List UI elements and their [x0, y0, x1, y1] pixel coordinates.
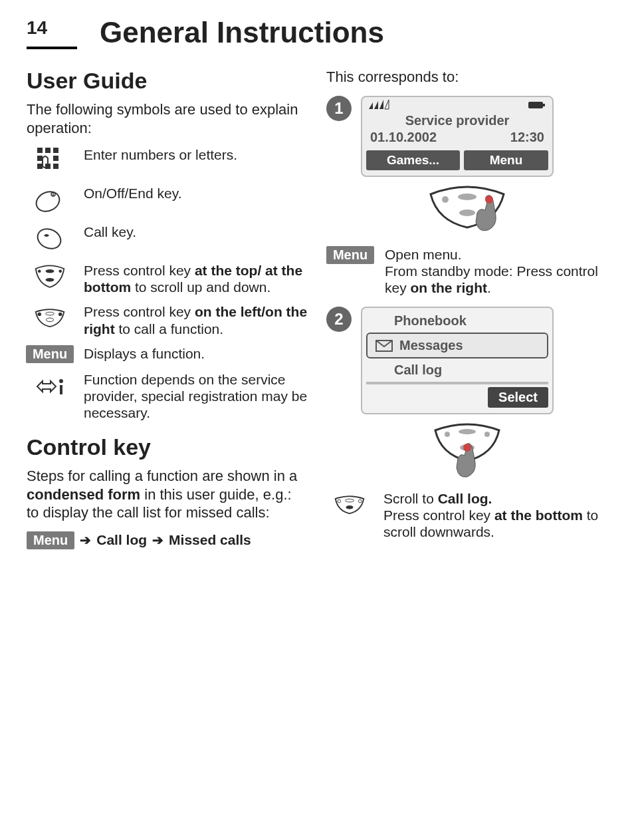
svg-marker-25 — [385, 100, 389, 109]
svg-point-28 — [442, 196, 449, 203]
battery-icon — [527, 100, 547, 110]
symbol-text: On/Off/End key. — [84, 185, 308, 202]
symbol-text: Displays a function. — [84, 345, 308, 362]
symbol-text: Press control key on the left/on the rig… — [84, 303, 308, 337]
svg-rect-27 — [543, 104, 545, 106]
svg-point-34 — [445, 432, 450, 437]
svg-rect-0 — [37, 148, 43, 153]
symbol-row-keypad: Enter numbers or letters. — [27, 146, 308, 177]
symbol-row-menu: Menu Displays a function. — [27, 345, 308, 363]
step-badge-2: 2 — [326, 307, 352, 332]
svg-point-39 — [338, 499, 341, 503]
end-key-icon — [33, 185, 66, 215]
phone-screen-menu: Phonebook Messages Call log Select — [361, 307, 554, 414]
step-1: 1 Service provider 01.10.2002 12:30 — [326, 96, 607, 177]
page-title: General Instructions — [100, 16, 384, 49]
breadcrumb-step: Call log — [96, 532, 147, 548]
time-label: 12:30 — [510, 130, 544, 145]
symbol-text: Press control key at the top/ at the bot… — [84, 262, 308, 295]
arrow-icon: ➔ — [152, 532, 163, 548]
provider-icon — [33, 371, 66, 402]
svg-rect-2 — [53, 148, 58, 153]
menu-item-phonebook[interactable]: Phonebook — [362, 309, 552, 333]
svg-point-8 — [33, 188, 62, 215]
svg-marker-22 — [369, 102, 373, 109]
symbol-row-endkey: On/Off/End key. — [27, 185, 308, 215]
scroll-text: Scroll to Call log. Press control key at… — [383, 490, 607, 541]
menu-badge-icon: Menu — [326, 246, 374, 264]
section-title-user-guide: User Guide — [27, 68, 308, 94]
corresponds-text: This corresponds to: — [326, 68, 607, 86]
symbol-text: Enter numbers or letters. — [84, 146, 308, 163]
page-header: 14 General Instructions — [27, 16, 607, 49]
symbol-row-control-vertical: Press control key at the top/ at the bot… — [27, 262, 308, 295]
svg-point-38 — [463, 444, 471, 452]
hand-pointer-icon — [457, 444, 475, 478]
phone-screen-standby: Service provider 01.10.2002 12:30 Games.… — [361, 96, 554, 177]
symbol-row-control-horizontal: Press control key on the left/on the rig… — [27, 303, 308, 337]
svg-point-12 — [38, 269, 41, 273]
right-column: This corresponds to: 1 Service provider … — [326, 68, 607, 549]
svg-rect-5 — [37, 164, 43, 169]
svg-point-40 — [358, 499, 362, 503]
svg-point-11 — [35, 225, 64, 253]
call-key-icon — [33, 223, 66, 254]
svg-point-35 — [484, 432, 490, 437]
symbol-row-provider: Function depends on the service provider… — [27, 371, 308, 422]
page-number: 14 — [27, 17, 77, 49]
symbol-text: Call key. — [84, 223, 308, 240]
nav-press-down-illustration — [326, 420, 607, 480]
svg-marker-23 — [374, 101, 378, 109]
svg-point-15 — [46, 278, 54, 282]
arrow-icon: ➔ — [80, 532, 91, 548]
svg-point-17 — [58, 313, 62, 317]
menu-instruction: Menu Open menu. From standby mode: Press… — [326, 246, 607, 297]
control-key-text: Steps for calling a function are shown i… — [27, 467, 308, 522]
controlkey-horizontal-icon — [333, 490, 366, 521]
date-label: 01.10.2002 — [370, 130, 437, 145]
svg-point-16 — [37, 313, 41, 317]
step-2: 2 Phonebook Messages Call log — [326, 307, 607, 414]
svg-rect-7 — [53, 164, 58, 169]
svg-rect-26 — [528, 102, 543, 108]
menu-item-calllog[interactable]: Call log — [362, 358, 552, 382]
svg-point-36 — [459, 429, 476, 434]
svg-point-31 — [459, 210, 475, 216]
menu-badge-icon: Menu — [26, 345, 74, 363]
svg-point-20 — [59, 379, 63, 383]
svg-point-30 — [458, 194, 476, 200]
symbol-text: Function depends on the service provider… — [84, 371, 308, 422]
symbol-row-callkey: Call key. — [27, 223, 308, 254]
section-title-control-key: Control key — [27, 434, 308, 460]
svg-point-42 — [346, 505, 353, 509]
svg-rect-3 — [37, 156, 43, 161]
envelope-icon — [375, 340, 393, 352]
svg-point-19 — [46, 318, 53, 322]
signal-icon — [368, 100, 397, 110]
provider-label: Service provider — [362, 113, 552, 128]
left-column: User Guide The following symbols are use… — [27, 68, 308, 549]
svg-point-13 — [58, 269, 62, 273]
breadcrumb: Menu ➔ Call log ➔ Missed calls — [27, 531, 308, 549]
controlkey-horizontal-icon — [33, 303, 66, 334]
controlkey-vertical-icon — [33, 262, 66, 293]
svg-marker-24 — [379, 100, 383, 109]
svg-point-41 — [346, 499, 354, 502]
svg-rect-1 — [45, 148, 51, 153]
svg-rect-21 — [60, 385, 62, 394]
breadcrumb-menu-badge: Menu — [27, 531, 74, 549]
svg-rect-4 — [53, 156, 58, 161]
softkey-right[interactable]: Menu — [464, 150, 548, 170]
softkey-left[interactable]: Games... — [366, 150, 460, 170]
svg-point-32 — [485, 196, 493, 204]
svg-point-14 — [46, 269, 54, 273]
menu-item-messages-selected[interactable]: Messages — [366, 333, 548, 358]
scroll-instruction: Scroll to Call log. Press control key at… — [326, 490, 607, 541]
step-badge-1: 1 — [326, 96, 352, 121]
intro-text: The following symbols are used to explai… — [27, 100, 308, 137]
keypad-icon — [33, 146, 66, 177]
open-menu-text: Open menu. From standby mode: Press cont… — [385, 246, 607, 297]
breadcrumb-step: Missed calls — [169, 532, 251, 548]
hand-pointer-icon — [476, 195, 496, 230]
softkey-select[interactable]: Select — [488, 387, 548, 408]
